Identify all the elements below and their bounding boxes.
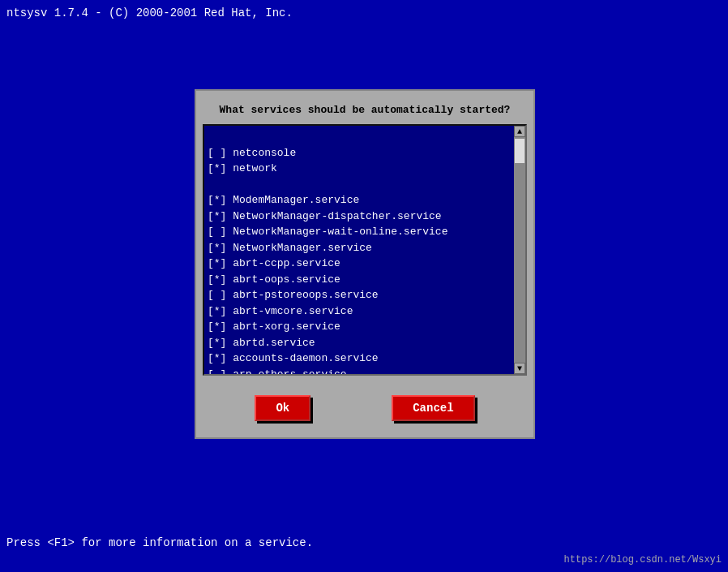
buttons-area: Ok Cancel	[196, 382, 533, 437]
watermark: https://blog.csdn.net/Wsxyi	[564, 554, 722, 566]
list-item[interactable]: [*] network	[208, 161, 514, 177]
scroll-down-button[interactable]: ▼	[514, 363, 525, 374]
cancel-button[interactable]: Cancel	[392, 395, 474, 421]
list-item[interactable]: [ ] arp-ethers.service	[208, 367, 514, 376]
list-item[interactable]: [*] accounts-daemon.service	[208, 351, 514, 367]
list-item[interactable]: [*] abrt-vmcore.service	[208, 303, 514, 320]
list-item[interactable]	[208, 129, 514, 145]
list-item[interactable]: [*] abrt-ccpp.service	[208, 256, 514, 272]
scroll-thumb[interactable]	[515, 139, 525, 163]
top-bar-text: ntsysv 1.7.4 - (C) 2000-2001 Red Hat, In…	[6, 6, 293, 19]
list-item[interactable]: [*] ModemManager.service	[208, 192, 514, 209]
dialog-title: What services should be automatically st…	[196, 91, 533, 124]
list-item[interactable]: [*] abrt-oops.service	[208, 272, 514, 288]
list-item[interactable]: [*] abrt-xorg.service	[208, 319, 514, 335]
ok-button[interactable]: Ok	[255, 395, 310, 421]
list-item[interactable]: [ ] abrt-pstoreoops.service	[208, 287, 514, 303]
scrollbar[interactable]: ▲ ▼	[514, 126, 525, 374]
service-list: [ ] netconsole[*] network[*] ModemManage…	[204, 126, 525, 376]
list-item[interactable]: [*] NetworkManager.service	[208, 240, 514, 256]
list-item[interactable]: [*] NetworkManager-dispatcher.service	[208, 209, 514, 225]
list-item[interactable]: [ ] NetworkManager-wait-online.service	[208, 224, 514, 240]
dialog: What services should be automatically st…	[195, 89, 535, 439]
scroll-up-button[interactable]: ▲	[514, 126, 525, 137]
list-item[interactable]: [ ] netconsole	[208, 145, 514, 161]
list-item[interactable]	[208, 177, 514, 193]
services-container[interactable]: [ ] netconsole[*] network[*] ModemManage…	[203, 124, 527, 376]
bottom-bar-text: Press <F1> for more information on a ser…	[6, 536, 313, 549]
list-item[interactable]: [*] abrtd.service	[208, 335, 514, 351]
